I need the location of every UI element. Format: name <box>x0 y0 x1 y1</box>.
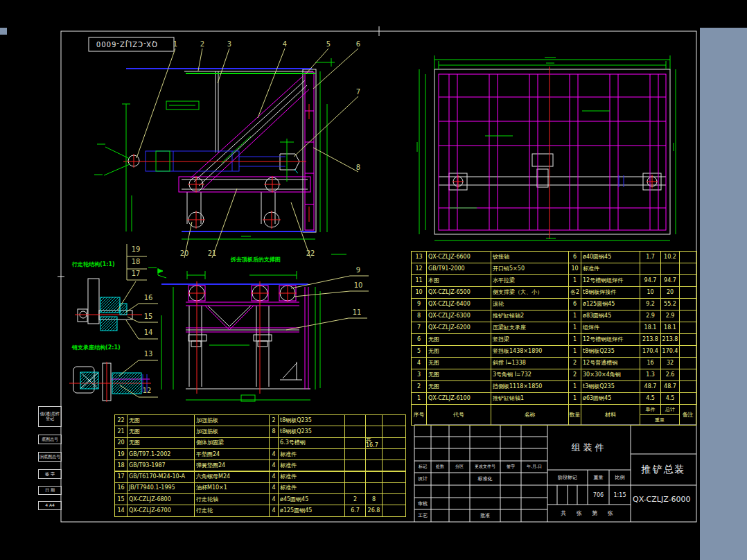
table-cell: 竖挡梁 <box>491 333 569 346</box>
sig-zone-label: 分区 <box>449 461 470 473</box>
table-cell: 组焊件 <box>581 322 640 334</box>
table-cell: 各2 <box>568 286 581 299</box>
table-cell: 行走轮 <box>194 505 270 516</box>
cad-sheet: QX-CZLJZ-6000 行走轮结构(1:1) 销支承座结构(2:1) 拆去顶… <box>0 0 747 560</box>
sig-sign-label: 签字 <box>500 461 521 473</box>
balloon-13: 13 <box>142 350 155 358</box>
table-cell: 12号槽钢组焊件 <box>581 333 640 346</box>
table-cell <box>382 505 406 516</box>
table-cell: 6 <box>568 251 581 263</box>
table-cell: 8 <box>269 426 279 437</box>
table-cell: 4 <box>269 471 279 483</box>
table-cell: 无图 <box>127 426 195 437</box>
table-cell: 标准件 <box>278 471 345 483</box>
sig-count-label: 处数 <box>431 461 449 473</box>
table-cell: 5 <box>411 345 427 358</box>
table-cell: 18 <box>114 460 128 471</box>
table-cell: 4 <box>411 357 427 369</box>
table-cell: QX-CZLJZ-6800 <box>127 493 195 505</box>
table-cell: t8钢板Q235 <box>278 426 345 437</box>
balloon-19: 19 <box>130 245 142 253</box>
balloon-8: 8 <box>352 164 364 171</box>
table-cell: 10.2 <box>660 251 680 263</box>
table-cell: 13 <box>411 251 427 263</box>
table-cell: 26.8 <box>365 505 383 516</box>
table-cell: 9 <box>411 298 427 310</box>
table-cell <box>382 437 406 449</box>
table-cell: 2 <box>568 369 581 381</box>
sig-check-label: 审核 <box>414 498 431 509</box>
table-cell: 标准件 <box>278 448 345 460</box>
table-cell: 15 <box>114 493 128 505</box>
table-cell: 1.7 <box>640 251 661 263</box>
table-cell: 18.1 <box>660 322 680 334</box>
table-cell: 12号普通槽钢 <box>581 357 640 369</box>
table-cell: 3 <box>411 369 427 381</box>
table-cell: 六角螺母M24 <box>194 471 270 483</box>
table-cell <box>679 333 697 346</box>
table-cell: 6 <box>411 333 427 346</box>
balloon-14: 14 <box>142 329 155 336</box>
table-cell: 16 <box>640 357 661 369</box>
table-cell: ø125圆钢45 <box>278 505 345 516</box>
table-cell: 铰接轴 <box>491 251 569 263</box>
margin-box: 底图总号 <box>38 435 62 444</box>
table-cell: 213.8 <box>640 333 661 346</box>
sig-standard-label: 标准化 <box>470 473 500 485</box>
table-cell <box>679 286 697 299</box>
table-cell: 7 <box>411 322 427 334</box>
sig-approve-label: 批准 <box>470 509 500 522</box>
table-cell: 本图 <box>426 274 491 287</box>
balloon-18: 18 <box>130 258 142 265</box>
table-cell: QX-CZLJZ-6200 <box>426 322 491 334</box>
table-cell: QX-CZLJZ-6500 <box>426 286 491 299</box>
table-cell <box>269 437 279 449</box>
table-cell <box>382 460 406 471</box>
table-cell: 9.2 <box>640 298 661 310</box>
balloon-1: 1 <box>169 40 182 48</box>
pin-detail-title: 销支承座结构(2:1) <box>72 344 121 351</box>
table-cell <box>679 251 697 263</box>
table-cell <box>382 482 406 494</box>
table-cell: 170.4 <box>660 345 680 358</box>
table-cell <box>344 437 366 449</box>
right-table-header-weight: 重量 <box>640 414 680 426</box>
table-cell: 94.7 <box>640 274 661 287</box>
right-table-header-qty: 数量 <box>568 404 581 426</box>
table-cell <box>344 426 366 437</box>
table-cell: 弹簧垫圈24 <box>194 460 270 471</box>
table-cell: 油杯M10×1 <box>194 482 270 494</box>
table-cell: 标准件 <box>278 460 345 471</box>
table-cell: 无图 <box>127 414 195 426</box>
table-cell: 16 <box>114 482 128 494</box>
table-cell: 1 <box>568 333 581 346</box>
table-cell: 标准件 <box>581 263 640 275</box>
right-table-header-code: 代号 <box>426 404 491 426</box>
margin-box: 4 A4 <box>38 501 62 510</box>
table-cell: 1 <box>411 392 427 405</box>
table-cell: 4 <box>269 460 279 471</box>
margin-box: 借(通)用件登记 <box>38 406 62 427</box>
sig-doc-label: 更改文件号 <box>470 461 500 473</box>
margin-box: 旧底图总号 <box>38 452 62 462</box>
table-cell: 1 <box>568 310 581 322</box>
table-cell: 1 <box>568 380 581 393</box>
wheel-detail-title: 行走轮结构(1:1) <box>72 261 115 268</box>
table-cell: 1 <box>568 274 581 287</box>
margin-box: 日 期 <box>38 486 62 495</box>
table-cell: 2 <box>269 414 279 426</box>
table-cell: 无图 <box>127 437 195 449</box>
table-cell: GB/T91-2000 <box>426 263 491 275</box>
table-cell <box>344 414 366 426</box>
balloon-11: 11 <box>351 308 363 316</box>
balloon-10: 10 <box>352 281 364 289</box>
weight-value: 706 <box>588 485 609 505</box>
table-cell <box>382 414 406 426</box>
table-cell: 无图 <box>426 333 491 346</box>
table-cell: 6.3号槽钢 <box>278 437 345 449</box>
table-cell: 8 <box>411 310 427 322</box>
table-cell: 30×30×4角钢 <box>581 369 640 381</box>
table-cell: 4 <box>269 505 279 516</box>
table-cell <box>679 274 697 287</box>
table-cell: 17 <box>114 471 128 483</box>
